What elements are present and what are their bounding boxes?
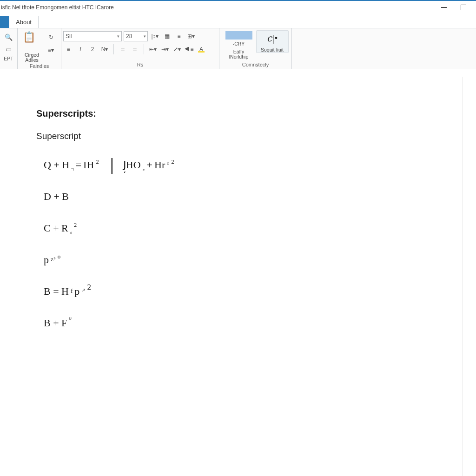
eq1-sup2b: 2 xyxy=(171,158,174,165)
ept-label: EPT xyxy=(4,56,13,61)
separator xyxy=(113,44,114,54)
eq1-part4: Hr xyxy=(154,159,165,171)
equation-line-2: D + B xyxy=(44,191,463,203)
sort-icon[interactable]: ⤢▾ xyxy=(172,44,182,54)
grid-settings-icon[interactable]: ⊞▾ xyxy=(186,31,196,41)
document-viewport: Superscripts: Superscript Q + Hⁿᵢ = IH2 … xyxy=(0,77,463,476)
group-left-label xyxy=(2,61,15,69)
style-button-1[interactable]: -CRY Ealfy lNorldhip xyxy=(223,30,255,60)
eq5-supa: ·ᶻ xyxy=(81,287,85,295)
chevron-down-icon[interactable]: ▾ xyxy=(143,34,148,39)
align-left-icon[interactable]: ≣ xyxy=(118,44,128,54)
eq1-part2: IH xyxy=(83,159,94,171)
eq1-sub2: ₑ xyxy=(143,166,145,172)
eq4-supb: o xyxy=(58,253,61,260)
style-label-1: Ealfy lNorldhip xyxy=(224,49,254,60)
eq4-supa: zˢ xyxy=(51,256,56,263)
group-clipboard-label: Faindies xyxy=(20,63,59,69)
group-styles-label: Comnstecly xyxy=(221,61,290,69)
ribbon: 🔍 ▭ EPT 📋 Cirged Adlies ↻ ≡▾ Faindies xyxy=(0,28,476,69)
align-justify-icon[interactable]: ≣ xyxy=(130,44,140,54)
font-size-input[interactable] xyxy=(124,33,143,40)
window-controls xyxy=(440,3,474,12)
tab-about[interactable]: About xyxy=(9,16,39,28)
eq5-part1: B = H xyxy=(44,285,69,298)
maximize-button[interactable] xyxy=(459,3,468,12)
style-button-2[interactable]: ⅽ|• Soquit fiuit xyxy=(256,30,289,53)
eq3-sup: 2 xyxy=(74,221,77,229)
ribbon-group-left: 🔍 ▭ EPT xyxy=(0,28,18,69)
number-2-icon[interactable]: 2 xyxy=(87,44,98,54)
panel-icon[interactable]: ▭ xyxy=(4,44,14,54)
refresh-icon[interactable]: ↻ xyxy=(46,32,56,42)
font-family-input[interactable] xyxy=(64,33,116,40)
eq1-eq: = xyxy=(76,159,81,171)
eq1-sup1: 2 xyxy=(96,158,99,165)
style-preview-1 xyxy=(225,31,252,40)
style-caption-1: -CRY xyxy=(233,41,245,46)
style-glyph: ⅽ|• xyxy=(267,33,278,44)
eq1-sup2a: ᶻ xyxy=(167,161,169,168)
eq3-part1: C + R xyxy=(44,222,68,234)
outdent-icon[interactable]: ⯇≡ xyxy=(184,44,194,54)
chevron-down-icon[interactable]: ▾ xyxy=(116,34,122,39)
tab-strip: About xyxy=(0,14,476,28)
increase-indent-icon[interactable]: ⇥▾ xyxy=(160,44,170,54)
eq5-top1: f xyxy=(71,287,73,295)
title-bar: isfic Nel tftote Emongomen eltist HTC IC… xyxy=(0,0,476,14)
minimize-button[interactable] xyxy=(440,3,448,12)
eq1-part3: J̦HO xyxy=(123,159,141,171)
font-size-combo[interactable]: ▾ xyxy=(124,31,148,41)
italic-icon[interactable]: I xyxy=(75,44,86,54)
subheading-superscript: Superscript xyxy=(36,131,463,141)
eq1-plus: + xyxy=(147,159,152,171)
line-spacing-icon[interactable]: |↕▾ xyxy=(150,31,160,41)
separator xyxy=(144,44,144,54)
file-tab[interactable] xyxy=(0,16,9,28)
eq6-sup: ᵁ xyxy=(69,316,72,324)
group-font-label: Rs xyxy=(63,61,217,69)
eq1-sub1: ⁿᵢ xyxy=(71,166,73,172)
align-center-icon[interactable]: ≡ xyxy=(174,31,184,41)
heading-superscripts: Superscripts: xyxy=(36,108,463,119)
ribbon-group-clipboard: 📋 Cirged Adlies ↻ ≡▾ Faindies xyxy=(18,28,61,69)
ribbon-group-styles: -CRY Ealfy lNorldhip ⅽ|• Soquit fiuit Co… xyxy=(219,28,292,69)
equation-line-4: pzˢo xyxy=(44,254,463,266)
highlight-icon[interactable]: A xyxy=(196,44,206,54)
paste-icon[interactable]: 📋 xyxy=(23,31,41,53)
eq5-supb: 2 xyxy=(87,283,92,292)
style-label-2: Soquit fiuit xyxy=(261,47,284,53)
eq1-part1: Q + H xyxy=(44,159,69,171)
font-family-combo[interactable]: ▾ xyxy=(63,31,122,41)
equation-line-1: Q + Hⁿᵢ = IH2 J̦HOₑ + Hrᶻ2 xyxy=(44,155,463,171)
eq4-part1: p xyxy=(44,254,49,266)
equation-line-6: B + Fᵁ xyxy=(44,317,463,329)
decrease-indent-icon[interactable]: ⇤▾ xyxy=(148,44,158,54)
ribbon-group-font: ▾ ▾ |↕▾ ▦ ≡ ⊞▾ ≡ I 2 N▾ ≣ ≣ ⇤▾ xyxy=(61,28,219,69)
table-icon[interactable]: ▦ xyxy=(162,31,172,41)
document-page[interactable]: Superscripts: Superscript Q + Hⁿᵢ = IH2 … xyxy=(0,77,463,329)
eq2-text: D + B xyxy=(44,191,69,203)
eq5-part2: p xyxy=(74,285,79,298)
eq3-sub: ₀ xyxy=(70,229,72,235)
window-title: isfic Nel tftote Emongomen eltist HTC IC… xyxy=(0,4,114,11)
equation-line-5: B = Hf p·ᶻ2 xyxy=(44,285,463,298)
double-bar-icon xyxy=(111,158,113,174)
align-left-icon[interactable]: ≡ xyxy=(63,44,73,54)
list-icon[interactable]: ≡▾ xyxy=(46,45,56,55)
clear-formatting-icon[interactable]: N▾ xyxy=(99,44,110,54)
clip-label-2: Adlies xyxy=(25,58,39,63)
eq6-part1: B + F xyxy=(44,317,67,329)
search-icon[interactable]: 🔍 xyxy=(4,32,14,42)
equation-line-3: C + R₀2 xyxy=(44,222,463,234)
